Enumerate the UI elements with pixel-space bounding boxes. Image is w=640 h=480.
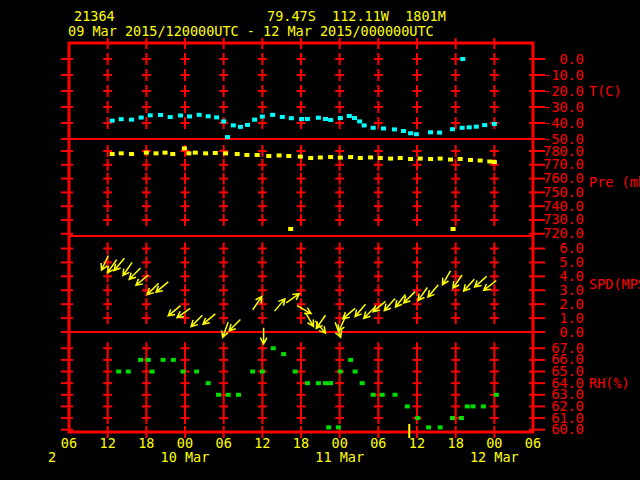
- temperature-point: [238, 125, 243, 129]
- temperature-point: [437, 131, 442, 135]
- humidity-point: [305, 381, 310, 385]
- meteogram-screen: 0.0-10.0-20.0-30.0-40.0-50.0T(C)780.0770…: [0, 0, 640, 480]
- humidity-point: [338, 370, 343, 374]
- x-tick-label: 06: [525, 435, 541, 451]
- pressure-point: [358, 156, 363, 160]
- data-series-layer: [101, 57, 499, 438]
- temperature-point: [158, 113, 163, 117]
- wind-arrow: [475, 276, 487, 287]
- humidity-point: [116, 370, 121, 374]
- temperature-point: [270, 113, 275, 117]
- temperature-point: [371, 126, 376, 130]
- humidity-point: [393, 393, 398, 397]
- pressure-point: [182, 146, 187, 150]
- pressure-point: [213, 151, 218, 155]
- wind-arrow: [203, 314, 215, 324]
- humidity-point: [353, 370, 358, 374]
- humidity-point: [336, 425, 341, 429]
- temperature-point: [482, 123, 487, 127]
- humidity-point: [360, 381, 365, 385]
- pressure-point: [338, 156, 343, 160]
- temperature-point: [323, 117, 328, 121]
- humidity-point: [171, 358, 176, 362]
- x-tick-label: 12: [409, 435, 425, 451]
- pressure-point: [203, 151, 208, 155]
- temperature-point: [119, 117, 124, 121]
- humidity-point: [293, 370, 298, 374]
- wind-arrow: [177, 308, 190, 317]
- pressure-point: [438, 157, 443, 161]
- temperature-point: [414, 132, 419, 136]
- temperature-point: [460, 126, 465, 130]
- pressure-point: [244, 153, 249, 157]
- temperature-point: [316, 116, 321, 120]
- temperature-point: [197, 113, 202, 117]
- wind-arrow: [222, 322, 229, 337]
- temperature-point: [168, 115, 173, 119]
- x-date-label: 12 Mar: [470, 449, 519, 465]
- temperature-point: [362, 123, 367, 127]
- pressure-point: [277, 153, 282, 157]
- humidity-point: [216, 393, 221, 397]
- pressure-point: [144, 151, 149, 155]
- x-tick-label: 18: [138, 435, 154, 451]
- pressure-point: [119, 151, 124, 155]
- y-tick-label: -20.0: [543, 83, 584, 99]
- wind-arrow: [343, 308, 355, 318]
- pressure-point: [235, 152, 240, 156]
- humidity-point: [271, 346, 276, 350]
- wind-arrow: [286, 294, 299, 303]
- humidity-point: [126, 370, 131, 374]
- y-tick-label: 60.0: [551, 421, 584, 437]
- humidity-point: [380, 393, 385, 397]
- pressure-point: [328, 155, 333, 159]
- wind-arrow: [253, 297, 262, 310]
- y-tick-label: -40.0: [543, 115, 584, 131]
- pressure-point: [492, 160, 497, 164]
- temperature-point: [492, 122, 497, 126]
- corner-note: 2: [48, 449, 56, 465]
- humidity-point: [328, 381, 333, 385]
- wind-arrow: [384, 299, 395, 311]
- temperature-point: [187, 114, 192, 118]
- temperature-point: [178, 113, 183, 117]
- wind-arrow: [191, 315, 202, 326]
- temperature-point: [305, 117, 310, 121]
- humidity-point: [415, 416, 420, 420]
- humidity-point: [494, 393, 499, 397]
- panel-unit-label: T(C): [589, 83, 622, 99]
- humidity-point: [181, 370, 186, 374]
- humidity-point: [426, 425, 431, 429]
- x-date-label: 11 Mar: [315, 449, 364, 465]
- wind-arrow: [364, 307, 375, 318]
- x-tick-label: 12: [100, 435, 116, 451]
- humidity-point: [281, 352, 286, 356]
- pressure-outlier-point: [451, 227, 456, 231]
- humidity-point: [236, 393, 241, 397]
- y-tick-label: 0.0: [560, 51, 584, 67]
- temperature-point: [289, 116, 294, 120]
- wind-arrow: [443, 271, 451, 285]
- humidity-point: [465, 404, 470, 408]
- temperature-point: [347, 114, 352, 118]
- temperature-point: [408, 131, 413, 135]
- y-tick-label: -30.0: [543, 99, 584, 115]
- wind-arrow: [306, 313, 314, 327]
- x-tick-label: 18: [448, 435, 464, 451]
- pressure-point: [170, 152, 175, 156]
- panel-unit-label: RH(%): [589, 375, 630, 391]
- x-tick-label: 06: [370, 435, 386, 451]
- wind-arrow: [275, 299, 285, 311]
- pressure-point: [348, 155, 353, 159]
- grid-layer: [103, 53, 499, 424]
- temperature-point: [357, 119, 362, 123]
- pressure-point: [487, 159, 492, 163]
- temperature-point: [401, 129, 406, 133]
- temperature-point: [231, 123, 236, 127]
- pressure-point: [129, 152, 134, 156]
- temperature-point: [214, 115, 219, 119]
- pressure-point: [418, 157, 423, 161]
- humidity-point: [326, 425, 331, 429]
- temperature-point: [352, 116, 357, 120]
- temperature-point: [381, 126, 386, 130]
